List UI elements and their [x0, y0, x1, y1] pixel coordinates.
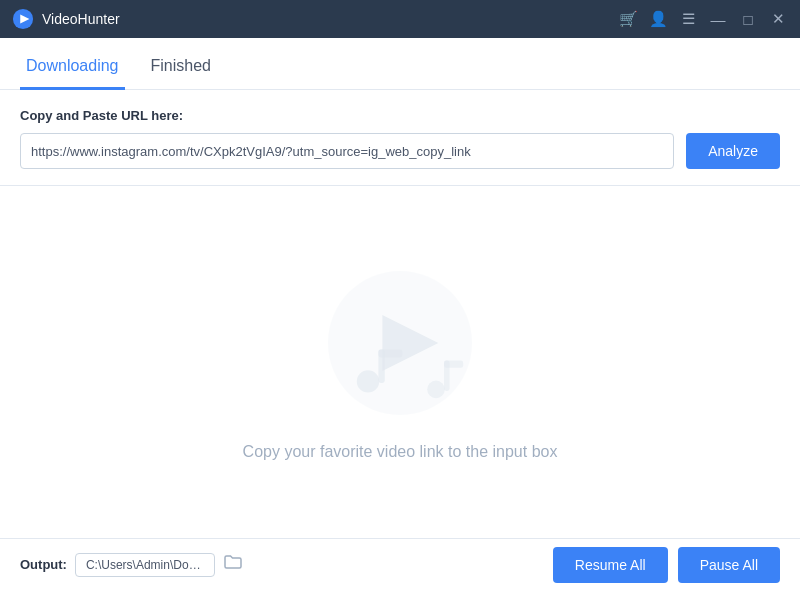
title-bar: VideoHunter 🛒 👤 ☰ — □ ✕ — [0, 0, 800, 38]
resume-all-button[interactable]: Resume All — [553, 547, 668, 583]
pause-all-button[interactable]: Pause All — [678, 547, 780, 583]
maximize-button[interactable]: □ — [738, 9, 758, 29]
tab-finished[interactable]: Finished — [145, 45, 217, 90]
tab-bar: Downloading Finished — [0, 38, 800, 90]
empty-state-message: Copy your favorite video link to the inp… — [243, 443, 558, 461]
app-logo-icon — [12, 8, 34, 30]
tab-downloading[interactable]: Downloading — [20, 45, 125, 90]
minimize-button[interactable]: — — [708, 9, 728, 29]
bottom-actions: Resume All Pause All — [553, 547, 780, 583]
url-section: Copy and Paste URL here: Analyze — [0, 90, 800, 186]
output-path: C:\Users\Admin\Dow... — [75, 553, 215, 577]
analyze-button[interactable]: Analyze — [686, 133, 780, 169]
window-controls: 🛒 👤 ☰ — □ ✕ — [618, 9, 788, 29]
url-input[interactable] — [20, 133, 674, 169]
url-label: Copy and Paste URL here: — [20, 108, 780, 123]
svg-point-7 — [427, 381, 445, 399]
user-icon[interactable]: 👤 — [648, 9, 668, 29]
app-name: VideoHunter — [42, 11, 120, 27]
close-button[interactable]: ✕ — [768, 9, 788, 29]
menu-icon[interactable]: ☰ — [678, 9, 698, 29]
url-input-row: Analyze — [20, 133, 780, 169]
empty-state: Copy your favorite video link to the inp… — [0, 186, 800, 538]
main-content: Downloading Finished Copy and Paste URL … — [0, 38, 800, 538]
svg-rect-9 — [444, 361, 463, 368]
empty-state-icon — [320, 263, 480, 423]
svg-rect-6 — [378, 349, 402, 357]
svg-point-4 — [357, 370, 379, 392]
bottom-bar: Output: C:\Users\Admin\Dow... Resume All… — [0, 538, 800, 590]
folder-icon[interactable] — [223, 552, 243, 577]
output-label: Output: — [20, 557, 67, 572]
cart-icon[interactable]: 🛒 — [618, 9, 638, 29]
app-logo: VideoHunter — [12, 8, 120, 30]
